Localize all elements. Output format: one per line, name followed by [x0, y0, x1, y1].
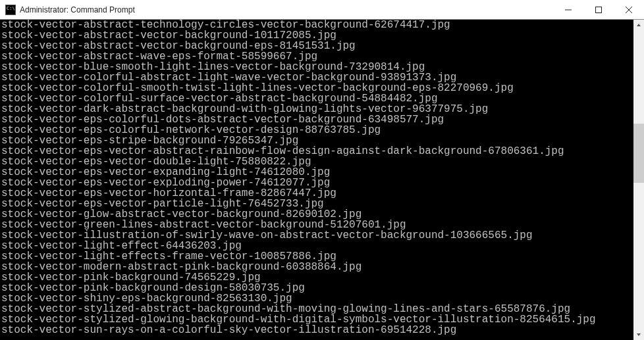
terminal-line: stock-vector-light-effect-64436203.jpg: [1, 241, 633, 251]
scrollbar-thumb[interactable]: [633, 124, 644, 183]
maximize-button[interactable]: [583, 0, 614, 20]
terminal-line: stock-vector-abstract-vector-background-…: [1, 41, 633, 51]
terminal-line: stock-vector-illustration-of-swirly-wave…: [1, 230, 633, 241]
terminal-line: stock-vector-eps-vector-abstract-rainbow…: [1, 146, 633, 157]
terminal-line: stock-vector-abstract-wave-eps-format-58…: [1, 51, 633, 62]
terminal-line: stock-vector-shiny-eps-background-825631…: [1, 293, 633, 304]
content-area: stock-vector-abstract-technology-circles…: [0, 20, 644, 340]
scroll-up-button[interactable]: [633, 20, 644, 30]
terminal-line: stock-vector-light-effects-frame-vector-…: [1, 251, 633, 262]
terminal-line: stock-vector-pink-background-74565229.jp…: [1, 272, 633, 283]
minimize-button[interactable]: [553, 0, 583, 20]
terminal-line: stock-vector-eps-vector-particle-light-7…: [1, 199, 633, 209]
terminal-output[interactable]: stock-vector-abstract-technology-circles…: [0, 20, 633, 340]
terminal-line: stock-vector-stylized-abstract-backgroun…: [1, 304, 633, 314]
terminal-line: stock-vector-eps-vector-exploding-power-…: [1, 178, 633, 188]
terminal-line: stock-vector-eps-colorful-dots-abstract-…: [1, 114, 633, 125]
terminal-line: stock-vector-sun-rays-on-a-colorful-sky-…: [1, 325, 633, 335]
terminal-line: stock-vector-blue-smooth-light-lines-vec…: [1, 62, 633, 72]
terminal-line: stock-vector-green-lines-abstract-vector…: [1, 220, 633, 230]
scroll-down-button[interactable]: [633, 329, 644, 340]
cmd-icon: [5, 5, 16, 15]
terminal-line: stock-vector-abstract-technology-circles…: [1, 20, 633, 30]
scrollbar-track[interactable]: [633, 30, 644, 329]
window-title: Administrator: Command Prompt: [20, 5, 135, 14]
terminal-line: stock-vector-colorful-surface-vector-abs…: [1, 93, 633, 104]
terminal-line: stock-vector-pink-background-design-5803…: [1, 283, 633, 293]
scrollbar[interactable]: [633, 20, 644, 340]
terminal-line: stock-vector-eps-vector-expanding-light-…: [1, 167, 633, 178]
terminal-line: stock-vector-eps-colorful-network-vector…: [1, 125, 633, 135]
terminal-line: stock-vector-eps-stripe-background-79265…: [1, 135, 633, 146]
terminal-line: stock-vector-eps-vector-horizontal-frame…: [1, 188, 633, 199]
terminal-line: stock-vector-dark-abstract-background-wi…: [1, 104, 633, 114]
terminal-line: stock-vector-eps-vector-double-light-758…: [1, 157, 633, 167]
terminal-line: stock-vector-colorful-abstract-light-wav…: [1, 72, 633, 83]
svg-rect-0: [596, 7, 602, 12]
terminal-line: stock-vector-abstract-vector-background-…: [1, 30, 633, 41]
terminal-line: stock-vector-glow-abstract-vector-backgr…: [1, 209, 633, 220]
terminal-line: stock-vector-stylized-glowing-background…: [1, 314, 633, 325]
terminal-line: stock-vector-colorful-smooth-twist-light…: [1, 83, 633, 93]
terminal-line: stock-vector-modern-abstract-pink-backgr…: [1, 262, 633, 272]
window-titlebar[interactable]: Administrator: Command Prompt: [0, 0, 644, 20]
close-button[interactable]: [614, 0, 644, 20]
